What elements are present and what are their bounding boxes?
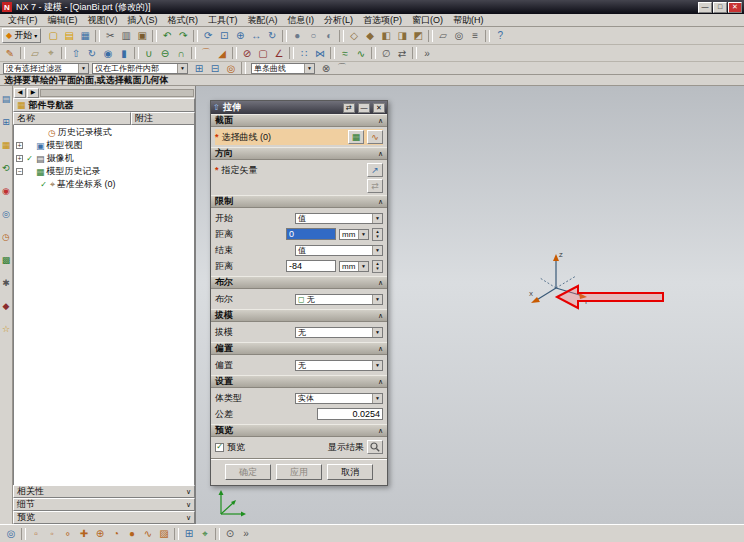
menu-item[interactable]: 首选项(P) — [358, 14, 407, 27]
reuse-library-tab[interactable]: ⟲ — [1, 163, 12, 174]
expand-toggle[interactable]: − — [16, 168, 23, 175]
hole-button[interactable]: ◉ — [100, 46, 116, 60]
mirror-feature-button[interactable]: ⋈ — [312, 46, 328, 60]
snap-midpoint-button[interactable]: ◦ — [44, 527, 60, 541]
refresh-view-button[interactable]: ⟳ — [200, 29, 216, 43]
collapse-chevron-icon[interactable]: ∧ — [378, 150, 383, 158]
maximize-button[interactable]: □ — [713, 2, 727, 13]
snap-control-point-button[interactable]: ∘ — [60, 527, 76, 541]
preview-checkbox[interactable]: ✓ 预览 — [215, 441, 245, 454]
collapse-chevron-icon[interactable]: ∧ — [378, 378, 383, 386]
start-unit-select[interactable]: mm ▼ — [339, 229, 369, 240]
studio-view-button[interactable]: ◐ — [321, 29, 337, 43]
redo-button[interactable]: ↷ — [175, 29, 191, 43]
collapse-chevron-icon[interactable]: ∧ — [378, 312, 383, 320]
pager-track[interactable] — [40, 89, 194, 97]
roles-tab[interactable]: ☆ — [1, 324, 12, 335]
comment-column-header[interactable]: 附注 — [131, 112, 195, 125]
pan-button[interactable]: ↔ — [248, 29, 264, 43]
dialog-reposition-button[interactable]: ⇄ — [343, 103, 355, 113]
right-view-button[interactable]: ◩ — [410, 29, 426, 43]
magnify-button[interactable]: ⊙ — [222, 527, 238, 541]
sketch-button[interactable]: ✎ — [2, 46, 18, 60]
select-all-button[interactable]: ⊞ — [191, 61, 207, 75]
history-tab[interactable]: ◷ — [1, 232, 12, 243]
move-face-button[interactable]: ⇄ — [394, 46, 410, 60]
vector-dialog-button[interactable]: ↗ — [367, 163, 383, 177]
tolerance-input[interactable] — [317, 408, 383, 420]
wireframe-view-button[interactable]: ○ — [305, 29, 321, 43]
dependencies-section[interactable]: 相关性 ∨ — [13, 485, 195, 498]
expand-toggle[interactable] — [28, 129, 35, 136]
limits-group-header[interactable]: 限制 ∧ — [211, 195, 387, 208]
menu-item[interactable]: 文件(F) — [3, 14, 43, 27]
trim-body-button[interactable]: ⊘ — [239, 46, 255, 60]
boolean-select[interactable]: ◻ 无 ▼ — [295, 294, 383, 305]
chamfer-button[interactable]: ◢ — [214, 46, 230, 60]
web-browser-tab[interactable]: ◎ — [1, 209, 12, 220]
process-studio-tab[interactable]: ✱ — [1, 278, 12, 289]
fit-view-button[interactable]: ⊡ — [216, 29, 232, 43]
offset-select[interactable]: 无 ▼ — [295, 360, 383, 371]
menu-item[interactable]: 编辑(E) — [43, 14, 83, 27]
menu-item[interactable]: 装配(A) — [243, 14, 283, 27]
block-button[interactable]: ▮ — [116, 46, 132, 60]
expand-toggle[interactable] — [30, 181, 37, 188]
shell-button[interactable]: ▢ — [255, 46, 271, 60]
end-distance-spinner[interactable]: ▴ ▾ — [372, 260, 383, 273]
through-curves-button[interactable]: ≈ — [337, 46, 353, 60]
end-unit-select[interactable]: mm ▼ — [339, 261, 369, 272]
check-mark-icon[interactable]: ✓ — [39, 180, 48, 189]
highlight-button[interactable]: ◎ — [223, 61, 239, 75]
name-column-header[interactable]: 名称 — [13, 112, 131, 125]
cut-button[interactable]: ✂ — [102, 29, 118, 43]
snap-intersection-button[interactable]: ✚ — [76, 527, 92, 541]
selection-scope-filter[interactable]: 仅在工作部件内部 ▼ — [92, 63, 188, 74]
datum-csys-node[interactable]: ✓ ⌖ 基准坐标系 (0) — [14, 178, 194, 191]
menu-item[interactable]: 分析(L) — [319, 14, 358, 27]
layer-settings-button[interactable]: ≡ — [467, 29, 483, 43]
direction-group-header[interactable]: 方向 ∧ — [211, 147, 387, 160]
curve-rule-select[interactable]: 单条曲线 ▼ — [251, 63, 315, 74]
section-group-header[interactable]: 截面 ∧ — [211, 114, 387, 127]
menu-item[interactable]: 帮助(H) — [448, 14, 489, 27]
ok-button[interactable]: 确定 — [225, 464, 271, 480]
start-distance-input[interactable] — [286, 228, 336, 240]
assembly-navigator-tab[interactable]: ▤ — [1, 94, 12, 105]
cameras-node[interactable]: + ✓ ▤ 摄像机 — [14, 152, 194, 165]
selection-ball-button[interactable]: ◎ — [3, 527, 19, 541]
collapse-chevron-icon[interactable]: ∧ — [378, 427, 383, 435]
menu-item[interactable]: 视图(V) — [83, 14, 123, 27]
wcs-triad[interactable] — [214, 486, 248, 520]
apply-button[interactable]: 应用 — [276, 464, 322, 480]
specify-vector-row[interactable]: * 指定矢量 ↗ — [215, 162, 383, 178]
save-button[interactable]: ▦ — [77, 29, 93, 43]
window-style-button[interactable]: ▱ — [435, 29, 451, 43]
zoom-button[interactable]: ⊕ — [232, 29, 248, 43]
draft-select[interactable]: 无 ▼ — [295, 327, 383, 338]
help-button[interactable]: ? — [492, 29, 508, 43]
collapse-chevron-icon[interactable]: ∧ — [378, 198, 383, 206]
more-commands-button[interactable]: » — [419, 46, 435, 60]
hd3d-tools-tab[interactable]: ◉ — [1, 186, 12, 197]
snap-arc-center-button[interactable]: ⊕ — [92, 527, 108, 541]
trimetric-view-button[interactable]: ◇ — [346, 29, 362, 43]
snap-quadrant-button[interactable]: ◔ — [108, 527, 124, 541]
end-distance-input[interactable] — [286, 260, 336, 272]
extrude-button[interactable]: ⇧ — [68, 46, 84, 60]
intersect-button[interactable]: ∩ — [173, 46, 189, 60]
settings-group-header[interactable]: 设置 ∧ — [211, 375, 387, 388]
wcs-dynamics-button[interactable]: ⌖ — [197, 527, 213, 541]
follow-fillet-button[interactable]: ⌒ — [334, 61, 350, 75]
model-views-node[interactable]: + ▣ 模型视图 — [14, 139, 194, 152]
graphics-window[interactable]: Z Y X ⇧ 拉伸 — [196, 86, 744, 524]
menu-item[interactable]: 信息(I) — [283, 14, 320, 27]
pattern-feature-button[interactable]: ∷ — [296, 46, 312, 60]
start-limit-select[interactable]: 值 ▼ — [295, 213, 383, 224]
measure-distance-button[interactable]: ∅ — [378, 46, 394, 60]
minimize-button[interactable]: — — [698, 2, 712, 13]
snap-endpoint-button[interactable]: ▫ — [28, 527, 44, 541]
swept-button[interactable]: ∿ — [353, 46, 369, 60]
rotate-view-button[interactable]: ↻ — [264, 29, 280, 43]
undo-button[interactable]: ↶ — [159, 29, 175, 43]
